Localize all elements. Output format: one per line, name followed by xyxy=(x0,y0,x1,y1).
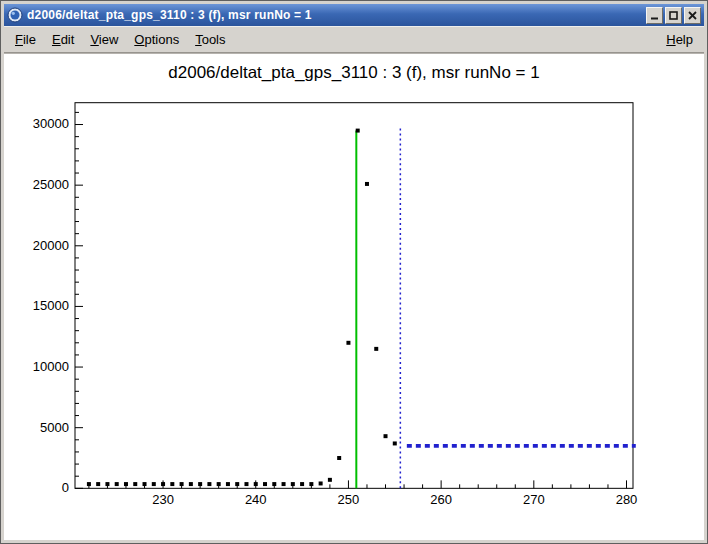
x-tick-label: 230 xyxy=(152,492,174,507)
data-point xyxy=(263,482,267,486)
data-point xyxy=(319,481,323,485)
data-point xyxy=(87,482,91,486)
data-point xyxy=(170,482,174,486)
menu-item-help[interactable]: Help xyxy=(658,29,701,50)
data-point xyxy=(189,482,193,486)
window-title: d2006/deltat_pta_gps_3110 : 3 (f), msr r… xyxy=(27,8,640,22)
y-tick-label: 10000 xyxy=(33,359,69,374)
x-tick-label: 270 xyxy=(523,492,545,507)
data-point xyxy=(365,182,369,186)
title-bar[interactable]: d2006/deltat_pta_gps_3110 : 3 (f), msr r… xyxy=(4,4,704,26)
data-point xyxy=(384,434,388,438)
data-point xyxy=(115,482,119,486)
x-tick-label: 260 xyxy=(430,492,452,507)
data-point xyxy=(152,482,156,486)
data-point xyxy=(291,482,295,486)
maximize-icon xyxy=(669,11,678,20)
chart-title: d2006/deltat_pta_gps_3110 : 3 (f), msr r… xyxy=(168,63,539,82)
x-tick-label: 240 xyxy=(245,492,267,507)
y-tick-label: 15000 xyxy=(33,298,69,313)
data-point xyxy=(309,482,313,486)
data-point xyxy=(207,482,211,486)
data-point xyxy=(235,482,239,486)
data-point xyxy=(124,482,128,486)
minimize-icon xyxy=(650,11,659,20)
data-point xyxy=(226,482,230,486)
y-tick-label: 0 xyxy=(62,480,69,495)
canvas-area: d2006/deltat_pta_gps_3110 : 3 (f), msr r… xyxy=(4,53,704,540)
data-point xyxy=(244,482,248,486)
data-point xyxy=(143,482,147,486)
menu-right-group: Help xyxy=(658,29,701,50)
y-tick-label: 30000 xyxy=(33,117,69,132)
menu-item-tools[interactable]: Tools xyxy=(187,29,233,50)
y-tick-label: 5000 xyxy=(40,420,69,435)
y-tick-label: 25000 xyxy=(33,177,69,192)
data-point xyxy=(374,347,378,351)
menu-item-edit[interactable]: Edit xyxy=(44,29,82,50)
data-point xyxy=(272,482,276,486)
data-markers xyxy=(87,129,397,486)
menu-bar: FileEditViewOptionsTools Help xyxy=(4,26,704,53)
data-point xyxy=(393,441,397,445)
menu-item-view[interactable]: View xyxy=(82,29,126,50)
minimize-button[interactable] xyxy=(646,7,663,24)
data-point xyxy=(346,341,350,345)
x-tick-label: 280 xyxy=(616,492,638,507)
data-point xyxy=(133,482,137,486)
x-tick-label: 250 xyxy=(338,492,360,507)
data-point xyxy=(180,482,184,486)
y-tick-label: 20000 xyxy=(33,238,69,253)
data-point xyxy=(328,478,332,482)
titlebar-buttons xyxy=(644,7,701,24)
menu-left-group: FileEditViewOptionsTools xyxy=(7,29,234,50)
data-point xyxy=(356,129,360,133)
data-point xyxy=(254,482,258,486)
plot-frame xyxy=(75,103,633,489)
data-point xyxy=(105,482,109,486)
data-point xyxy=(198,482,202,486)
data-point xyxy=(96,482,100,486)
data-point xyxy=(337,456,341,460)
data-point xyxy=(161,482,165,486)
chart[interactable]: d2006/deltat_pta_gps_3110 : 3 (f), msr r… xyxy=(4,54,704,540)
app-window: d2006/deltat_pta_gps_3110 : 3 (f), msr r… xyxy=(0,0,708,544)
close-button[interactable] xyxy=(684,7,701,24)
maximize-button[interactable] xyxy=(665,7,682,24)
data-point xyxy=(282,482,286,486)
menu-item-file[interactable]: File xyxy=(7,29,44,50)
data-point xyxy=(217,482,221,486)
app-icon xyxy=(7,7,23,23)
close-icon xyxy=(688,11,697,20)
data-point xyxy=(300,482,304,486)
menu-item-options[interactable]: Options xyxy=(126,29,187,50)
